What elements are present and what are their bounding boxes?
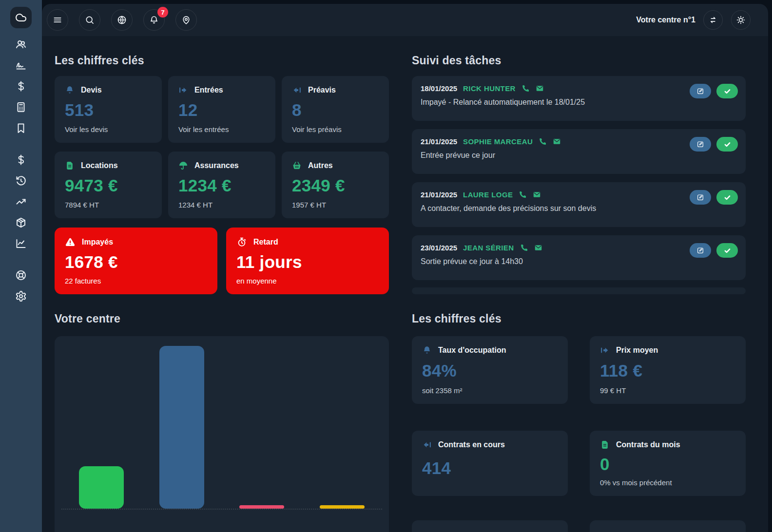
- app-logo[interactable]: [10, 7, 32, 28]
- sidebar-item[interactable]: [11, 76, 31, 96]
- mail-solid-icon[interactable]: [536, 84, 544, 93]
- stat-card[interactable]: Entrées 12 Voir les entrées: [168, 76, 275, 143]
- topbar-button[interactable]: [79, 9, 100, 31]
- mail-solid-icon[interactable]: [534, 244, 542, 252]
- topbar-button[interactable]: [111, 9, 133, 31]
- alert-card: Impayés 1678 € 22 factures: [55, 228, 217, 294]
- complete-task-button[interactable]: [716, 190, 738, 205]
- stat-sub: 1957 € HT: [292, 201, 379, 209]
- phone-solid-icon[interactable]: [521, 84, 530, 93]
- stat-sub: 1234 € HT: [178, 201, 265, 209]
- stat-value: 84%: [422, 362, 558, 380]
- stat-card: Contrats du mois 0 0% vs mois précédent: [590, 431, 746, 496]
- check-icon: [723, 87, 732, 95]
- complete-task-button[interactable]: [716, 84, 738, 98]
- mail-solid-icon[interactable]: [553, 137, 561, 146]
- history-icon: [15, 175, 27, 187]
- dollar-icon: [15, 80, 27, 92]
- sidebar-item[interactable]: [11, 192, 31, 211]
- life-buoy-icon: [15, 269, 27, 281]
- phone-solid-icon[interactable]: [519, 190, 527, 199]
- pen-square-icon: [696, 247, 704, 254]
- sidebar-item[interactable]: [11, 234, 31, 253]
- stat-card: Autres 2349 € 1957 € HT: [282, 152, 389, 218]
- right-column: Suivi des tâches 18/01/2025 RICK HUNTER …: [412, 36, 746, 532]
- task-contact-name: JEAN SÉRIEN: [463, 244, 514, 252]
- key-figures-2-title: Les chiffres clés: [412, 312, 746, 325]
- cloud-icon: [15, 12, 27, 23]
- stat-link[interactable]: Voir les devis: [65, 125, 152, 133]
- task-contact-name: RICK HUNTER: [463, 84, 516, 93]
- sidebar-item[interactable]: [11, 150, 31, 170]
- arrow-left-solid-icon: [422, 440, 432, 450]
- task-card: 23/01/2025 JEAN SÉRIEN Sortie prévue ce …: [412, 235, 746, 280]
- warning-solid-icon: [65, 237, 76, 247]
- sidebar-item[interactable]: [11, 35, 31, 54]
- phone-solid-icon[interactable]: [520, 244, 528, 252]
- task-date: 21/01/2025: [421, 190, 457, 199]
- file-solid-icon: [600, 440, 610, 450]
- sidebar-group-3: [11, 266, 31, 306]
- topbar-left-buttons: 7: [47, 9, 197, 31]
- arrow-right-solid-icon: [178, 85, 188, 95]
- stat-card[interactable]: Devis 513 Voir les devis: [55, 76, 162, 143]
- basket-solid-icon: [292, 161, 302, 171]
- stat-link[interactable]: Voir les entrées: [178, 125, 265, 133]
- stat-value: 9473 €: [65, 177, 152, 194]
- current-center-name: Votre centre n°1: [636, 16, 695, 24]
- stat-label: Entrées: [194, 86, 223, 95]
- settings-icon: [15, 290, 27, 302]
- stat-card[interactable]: Préavis 8 Voir les préavis: [282, 76, 389, 143]
- stat-card: Taux d'occupation 84% soit 2358 m²: [412, 336, 568, 404]
- stat-value: 0: [600, 456, 735, 473]
- topbar-button[interactable]: 7: [143, 9, 165, 31]
- mail-solid-icon[interactable]: [533, 190, 541, 199]
- stat-label: Taux d'occupation: [438, 346, 506, 355]
- topbar-button[interactable]: [47, 9, 68, 31]
- edit-task-button[interactable]: [690, 243, 711, 258]
- sidebar: [0, 0, 42, 532]
- stat-value: 513: [65, 101, 152, 119]
- stat-link[interactable]: Voir les préavis: [292, 125, 379, 133]
- umbrella-solid-icon: [178, 161, 188, 171]
- pen-square-icon: [696, 87, 704, 95]
- sidebar-item[interactable]: [11, 213, 31, 232]
- card-peek: [590, 520, 746, 532]
- complete-task-button[interactable]: [716, 243, 738, 258]
- arrow-left-solid-icon: [292, 85, 302, 95]
- chart-bar: [320, 505, 365, 509]
- bell-solid-icon: [422, 345, 432, 355]
- topbar-button[interactable]: [175, 9, 197, 31]
- alert-sub: en moyenne: [236, 277, 379, 285]
- task-date: 21/01/2025: [421, 137, 457, 146]
- occupancy-bar-chart: [55, 336, 389, 532]
- alert-value: 1678 €: [65, 253, 207, 271]
- pen-square-icon: [696, 193, 704, 201]
- sidebar-item[interactable]: [11, 266, 31, 285]
- sidebar-item[interactable]: [11, 171, 31, 190]
- stat-label: Autres: [308, 161, 333, 170]
- bookmark-icon: [15, 122, 27, 134]
- chart-line-icon: [15, 238, 27, 249]
- file-solid-icon: [65, 161, 75, 171]
- sidebar-item[interactable]: [11, 118, 31, 138]
- topbar-action-button[interactable]: [703, 10, 723, 30]
- phone-solid-icon[interactable]: [539, 137, 547, 146]
- menu-icon: [53, 15, 62, 25]
- sidebar-item[interactable]: [11, 286, 31, 306]
- edit-task-button[interactable]: [690, 137, 711, 152]
- stat-value: 118 €: [600, 362, 735, 380]
- sidebar-item[interactable]: [11, 97, 31, 117]
- stat-card: Contrats en cours 414: [412, 431, 568, 496]
- pen-square-icon: [696, 140, 704, 148]
- complete-task-button[interactable]: [716, 137, 738, 152]
- globe-icon: [117, 15, 127, 25]
- topbar-action-button[interactable]: [731, 10, 751, 30]
- task-description: Impayé - Relancé automatiquement le 18/0…: [421, 98, 737, 107]
- edit-task-button[interactable]: [690, 190, 711, 205]
- topbar-right-buttons: [703, 10, 751, 30]
- edit-task-button[interactable]: [690, 84, 711, 98]
- sidebar-item[interactable]: [11, 56, 31, 75]
- center-chart-title: Votre centre: [55, 312, 389, 325]
- stat-value: 2349 €: [292, 177, 379, 194]
